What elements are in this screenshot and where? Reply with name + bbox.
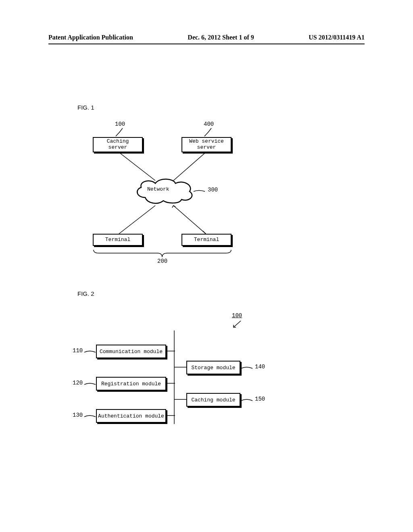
ref-num-300: 300 xyxy=(208,187,218,193)
leader-100-fig2-icon xyxy=(232,320,243,329)
page-header: Patent Application Publication Dec. 6, 2… xyxy=(48,34,365,41)
ref-num-400: 400 xyxy=(204,121,214,127)
figure-1: 100 Caching server 400 Web service serve… xyxy=(91,121,240,274)
caching-module-box: Caching module xyxy=(186,393,240,407)
ref-num-200: 200 xyxy=(157,258,167,264)
svg-line-1 xyxy=(173,152,206,181)
header-center: Dec. 6, 2012 Sheet 1 of 9 xyxy=(188,34,254,41)
header-rule xyxy=(48,44,365,44)
leader-300-icon xyxy=(193,189,207,193)
svg-line-3 xyxy=(173,206,206,234)
conn-130 xyxy=(166,415,175,416)
registration-module-box: Registration module xyxy=(96,377,166,391)
fig1-lower-connectors xyxy=(115,204,212,236)
ref-num-100-fig2: 100 xyxy=(232,312,242,319)
communication-module-box: Communication module xyxy=(96,345,166,358)
ref-num-110: 110 xyxy=(73,347,83,354)
leader-150-icon xyxy=(240,399,254,402)
leader-130-icon xyxy=(83,415,98,418)
caching-server-box: Caching server xyxy=(93,137,143,152)
brace-200-icon xyxy=(93,249,232,258)
ref-num-150: 150 xyxy=(255,396,265,402)
conn-120 xyxy=(166,383,175,384)
storage-module-box: Storage module xyxy=(186,361,240,374)
terminal-box-right: Terminal xyxy=(181,234,232,246)
ref-num-120: 120 xyxy=(73,380,83,386)
conn-140 xyxy=(174,367,187,368)
svg-line-4 xyxy=(234,321,241,327)
header-right: US 2012/0311419 A1 xyxy=(309,34,365,41)
leader-140-icon xyxy=(240,367,254,370)
figure-2-label: FIG. 2 xyxy=(77,290,94,297)
leader-110-icon xyxy=(83,351,98,354)
network-label: Network xyxy=(147,186,169,192)
authentication-module-box: Authentication module xyxy=(96,409,166,423)
conn-110 xyxy=(166,351,175,351)
fig2-bus-line xyxy=(173,330,175,424)
svg-line-2 xyxy=(119,206,155,234)
ref-num-130: 130 xyxy=(73,412,83,418)
figure-1-label: FIG. 1 xyxy=(77,104,94,111)
header-left: Patent Application Publication xyxy=(48,34,133,41)
figure-2: 100 110 Communication module 120 Registr… xyxy=(73,326,298,435)
ref-num-140: 140 xyxy=(255,364,265,370)
svg-line-0 xyxy=(119,152,155,181)
leader-100-icon xyxy=(115,128,125,137)
terminal-box-left: Terminal xyxy=(93,234,143,246)
ref-num-100: 100 xyxy=(115,121,125,127)
leader-400-icon xyxy=(204,128,214,137)
leader-120-icon xyxy=(83,383,98,386)
web-service-server-box: Web service server xyxy=(181,137,232,152)
conn-150 xyxy=(174,399,187,400)
